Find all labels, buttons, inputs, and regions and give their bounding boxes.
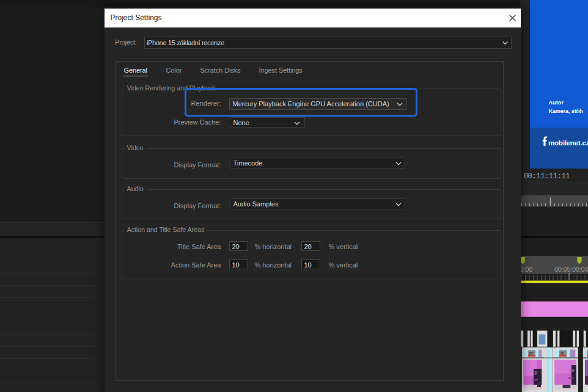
svg-text:fx: fx <box>560 350 565 356</box>
svg-text:00:05:00:00: 00:05:00:00 <box>554 266 588 273</box>
svg-text:fx: fx <box>529 350 534 356</box>
svg-text:00:00: 00:00 <box>520 266 532 273</box>
